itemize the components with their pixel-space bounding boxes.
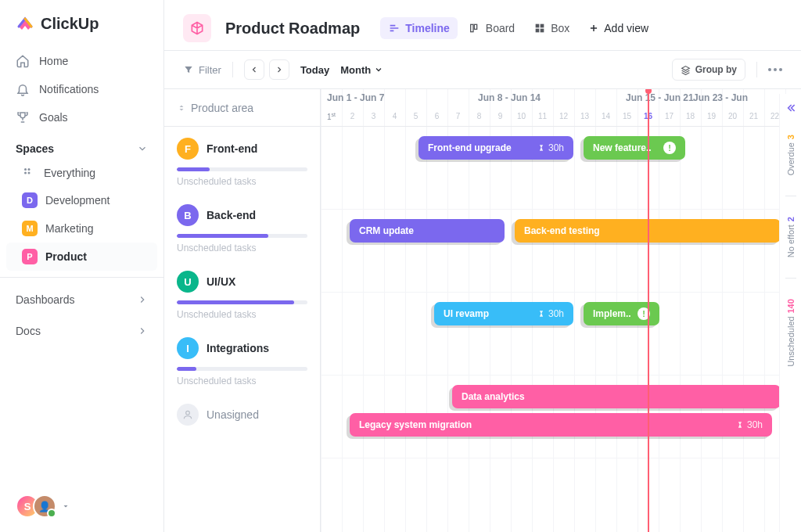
granularity-select[interactable]: Month — [340, 64, 383, 76]
sidebar-space-development[interactable]: D Development — [6, 186, 157, 214]
task-ui-revamp[interactable]: UI revamp 30h — [434, 302, 573, 325]
more-button[interactable] — [768, 68, 782, 71]
sidebar-space-marketing[interactable]: M Marketing — [6, 214, 157, 243]
lanes: Front-end upgrade 30h New feature.. ! CR… — [321, 127, 801, 515]
group-progress — [177, 300, 307, 304]
rail-overdue[interactable]: Overdue 3 — [786, 127, 796, 183]
rail-unscheduled[interactable]: Unscheduled 140 — [786, 291, 796, 375]
task-label: Front-end upgrade — [428, 142, 512, 153]
date-pager — [244, 59, 289, 80]
day-label: 6 — [426, 112, 447, 120]
svg-point-10 — [186, 411, 190, 415]
user-switcher[interactable]: S 👤 — [16, 494, 70, 518]
next-button[interactable] — [269, 59, 289, 80]
day-label: 5 — [405, 112, 426, 120]
task-label: Back-end testing — [524, 225, 600, 236]
group-uiux[interactable]: UUI/UX Unscheduled tasks — [164, 260, 320, 326]
main: Product Roadmap Timeline Board Box Add v… — [164, 0, 801, 532]
prev-button[interactable] — [244, 59, 264, 80]
groupby-button[interactable]: Group by — [672, 59, 745, 81]
day-label: 18 — [680, 112, 701, 120]
plus-icon — [588, 23, 599, 34]
day-label: 3 — [363, 112, 384, 120]
docs-label: Docs — [16, 325, 41, 337]
divider — [232, 62, 233, 77]
dates-header: Jun 1 - Jun 7Jun 8 - Jun 14Jun 15 - Jun … — [321, 89, 801, 127]
task-new-feature[interactable]: New feature.. ! — [584, 136, 685, 160]
tab-add-view[interactable]: Add view — [580, 17, 656, 39]
alert-icon: ! — [663, 142, 676, 154]
spaces-header[interactable]: Spaces — [0, 131, 163, 160]
rail-count: 3 — [786, 135, 796, 139]
caret-down-icon — [61, 501, 70, 511]
group-integrations[interactable]: IIntegrations Unscheduled tasks — [164, 326, 320, 393]
everything-icon — [22, 166, 36, 180]
tab-label: Board — [486, 22, 515, 34]
view-tabs: Timeline Board Box Add view — [380, 17, 656, 39]
brand-text: ClickUp — [41, 15, 99, 33]
divider — [756, 62, 757, 77]
group-column-label: Product area — [191, 102, 253, 114]
sidebar-everything[interactable]: Everything — [6, 160, 157, 186]
task-label: Legacy system migration — [359, 419, 472, 430]
chevron-right-icon — [275, 65, 284, 74]
collapse-icon[interactable] — [785, 102, 797, 114]
sidebar-dashboards[interactable]: Dashboards — [0, 284, 163, 315]
task-legacy-migration[interactable]: Legacy system migration 30h — [350, 413, 772, 437]
svg-point-2 — [24, 172, 27, 174]
task-label: Implem.. — [593, 308, 631, 319]
trophy-icon — [16, 110, 30, 124]
svg-point-0 — [24, 168, 27, 171]
group-backend[interactable]: BBack-end Unscheduled tasks — [164, 193, 320, 260]
unscheduled-label[interactable]: Unscheduled tasks — [177, 176, 307, 187]
nav-home[interactable]: Home — [0, 47, 163, 75]
day-label: 10 — [511, 112, 532, 120]
svg-rect-8 — [536, 29, 540, 33]
group-avatar: F — [177, 138, 199, 160]
svg-rect-6 — [536, 24, 540, 28]
unscheduled-label[interactable]: Unscheduled tasks — [177, 309, 307, 320]
sidebar-docs[interactable]: Docs — [0, 315, 163, 347]
logo[interactable]: ClickUp — [0, 14, 163, 47]
tab-board[interactable]: Board — [461, 17, 523, 39]
task-frontend-upgrade[interactable]: Front-end upgrade 30h — [418, 136, 573, 160]
space-badge: M — [22, 221, 38, 236]
group-frontend[interactable]: FFront-end Unscheduled tasks — [164, 127, 320, 193]
week-label: Jun 8 - Jun 14 — [478, 92, 541, 103]
tab-timeline[interactable]: Timeline — [380, 17, 458, 39]
day-label: 2 — [342, 112, 363, 120]
timeline-icon — [388, 22, 400, 34]
nav-notifications-label: Notifications — [39, 83, 99, 95]
chart[interactable]: Jun 1 - Jun 7Jun 8 - Jun 14Jun 15 - Jun … — [321, 89, 801, 532]
group-column-header[interactable]: Product area — [164, 89, 320, 127]
hourglass-icon — [537, 144, 545, 152]
today-button[interactable]: Today — [300, 64, 329, 76]
day-label: 19 — [701, 112, 722, 120]
svg-rect-7 — [541, 24, 544, 28]
day-label: 7 — [447, 112, 469, 120]
nav-goals[interactable]: Goals — [0, 103, 163, 131]
sidebar-space-product[interactable]: P Product — [6, 243, 157, 271]
lane-unassigned — [321, 458, 801, 515]
space-label: Development — [45, 194, 110, 207]
rail-label: Overdue — [786, 142, 796, 175]
space-badge: P — [22, 249, 38, 264]
filter-button[interactable]: Filter — [183, 64, 221, 76]
nav-notifications[interactable]: Notifications — [0, 75, 163, 103]
svg-point-1 — [28, 168, 31, 171]
divider — [0, 277, 163, 278]
rail-noeffort[interactable]: No effort 2 — [786, 209, 796, 265]
task-data-analytics[interactable]: Data analytics — [452, 385, 781, 408]
space-icon — [183, 14, 211, 42]
group-avatar: B — [177, 204, 199, 226]
unscheduled-label[interactable]: Unscheduled tasks — [177, 243, 307, 253]
group-unassigned[interactable]: Unasigned — [164, 393, 320, 437]
tab-box[interactable]: Box — [526, 17, 577, 39]
group-avatar: U — [177, 271, 199, 293]
sidebar: ClickUp Home Notifications Goals Spaces … — [0, 0, 164, 532]
task-crm-update[interactable]: CRM update — [350, 219, 505, 243]
unscheduled-label[interactable]: Unscheduled tasks — [177, 376, 307, 386]
spaces-label: Spaces — [16, 142, 54, 155]
day-label: 1st — [321, 112, 342, 121]
lane-backend: CRM update Back-end testing — [321, 210, 801, 293]
